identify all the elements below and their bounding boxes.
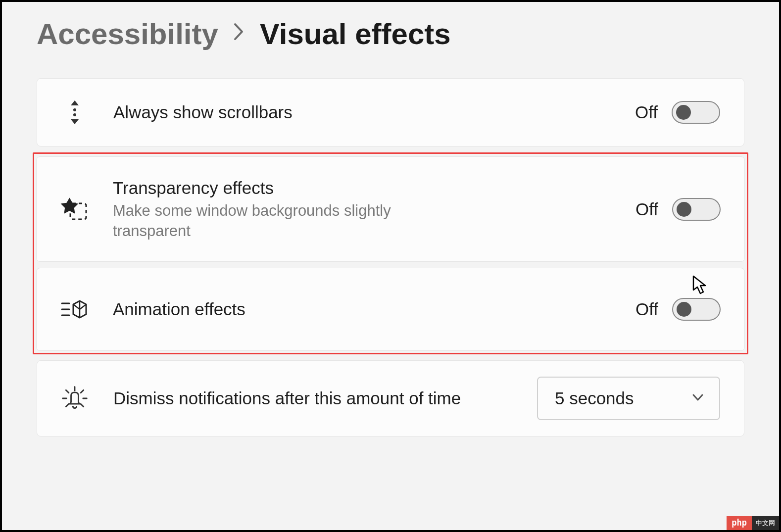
svg-point-0 <box>73 108 76 111</box>
setting-row-transparency: Transparency effects Make some window ba… <box>36 156 745 262</box>
toggle-thumb <box>677 302 691 317</box>
setting-title: Animation effects <box>113 298 469 321</box>
setting-title: Dismiss notifications after this amount … <box>113 387 470 410</box>
scrollbar-icon <box>61 98 89 126</box>
toggle-state-label: Off <box>635 199 658 219</box>
highlighted-settings-group: Transparency effects Make some window ba… <box>33 152 748 354</box>
animation-icon <box>60 295 88 323</box>
breadcrumb-parent-link[interactable]: Accessibility <box>37 17 218 51</box>
badge-right-text: 中文网 <box>752 516 779 530</box>
setting-title: Always show scrollbars <box>113 101 470 124</box>
scrollbars-toggle[interactable] <box>672 101 720 124</box>
dismiss-duration-dropdown[interactable]: 5 seconds <box>537 377 720 420</box>
toggle-state-label: Off <box>635 299 658 319</box>
badge-left-text: php <box>727 516 752 530</box>
notification-bell-icon <box>61 385 89 412</box>
setting-title: Transparency effects <box>113 177 469 199</box>
setting-row-scrollbars: Always show scrollbars Off <box>37 78 744 146</box>
setting-row-animation: Animation effects Off <box>36 268 745 351</box>
svg-line-8 <box>81 390 84 393</box>
animation-toggle[interactable] <box>672 298 721 321</box>
chevron-right-icon <box>233 22 245 46</box>
dropdown-selected-value: 5 seconds <box>555 388 634 408</box>
toggle-thumb <box>677 202 691 217</box>
toggle-thumb <box>676 105 691 120</box>
transparency-toggle[interactable] <box>672 198 721 221</box>
page-title: Visual effects <box>260 17 451 51</box>
watermark-badge: php 中文网 <box>727 516 779 530</box>
setting-description: Make some window backgrounds slightly tr… <box>113 200 469 242</box>
chevron-down-icon <box>691 391 704 406</box>
toggle-state-label: Off <box>635 102 658 122</box>
svg-point-1 <box>73 113 76 116</box>
breadcrumb: Accessibility Visual effects <box>37 17 744 51</box>
transparency-icon <box>60 195 88 223</box>
setting-row-dismiss-notifications: Dismiss notifications after this amount … <box>37 360 744 436</box>
svg-line-7 <box>66 390 69 393</box>
